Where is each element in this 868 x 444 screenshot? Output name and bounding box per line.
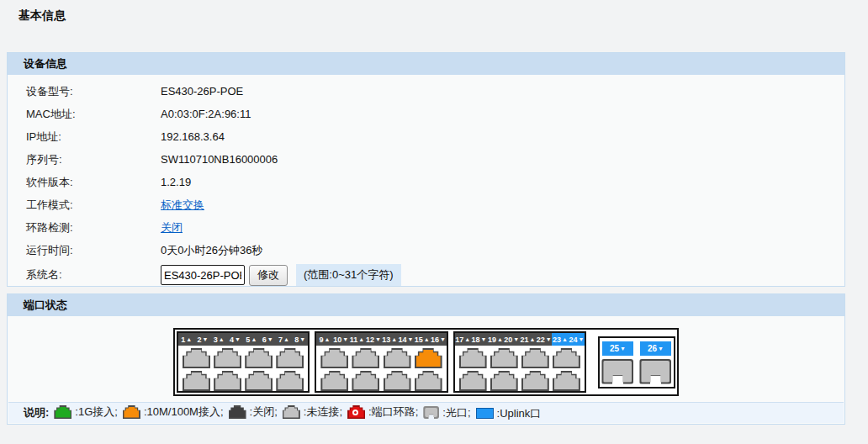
- legend-item: :10M/100M接入;: [123, 404, 224, 420]
- port-direction-arrow: ▼: [513, 336, 519, 342]
- port-header-5: 5▲: [243, 333, 259, 346]
- legend-label: :1G接入;: [75, 404, 118, 420]
- field-value: 1.2.19: [161, 176, 191, 188]
- port-header-23: 23▲: [552, 333, 568, 346]
- port-group-2: 9▲10▼11▲12▼13▲14▼15▲16▼: [315, 331, 447, 393]
- loop-port-icon: [347, 405, 365, 419]
- port-group-header: 1▲2▼3▲4▼5▲6▼7▲8▼: [178, 333, 308, 346]
- port-4[interactable]: [214, 371, 241, 391]
- work-mode-link[interactable]: 标准交换: [161, 198, 204, 213]
- loop-detect-link[interactable]: 关闭: [161, 220, 183, 235]
- port-12[interactable]: [352, 371, 379, 391]
- orange-port-icon: [123, 405, 140, 419]
- port-direction-arrow: ▲: [424, 336, 430, 342]
- port-1[interactable]: [183, 348, 210, 368]
- port-header-25: 25▼: [602, 341, 633, 356]
- port-row-top: [455, 348, 585, 368]
- device-row-mac: MAC地址: A0:03:0F:2A:96:11: [8, 103, 844, 125]
- port-26[interactable]: [639, 359, 671, 384]
- port-16[interactable]: [415, 371, 442, 391]
- device-info-panel: 设备信息 设备型号: ES430-26P-POE MAC地址: A0:03:0F…: [7, 52, 845, 287]
- port-group-1: 1▲2▼3▲4▼5▲6▼7▲8▼: [177, 331, 310, 393]
- port-header-12: 12▼: [365, 333, 381, 346]
- field-label: 设备型号:: [26, 84, 161, 99]
- legend-label: :Uplink口: [497, 406, 542, 421]
- field-value: 192.168.3.64: [161, 130, 225, 143]
- port-direction-arrow: ▼: [620, 346, 626, 352]
- port-10[interactable]: [320, 371, 348, 391]
- port-direction-arrow: ▲: [562, 336, 568, 342]
- port-row-bottom: [455, 371, 585, 391]
- port-8[interactable]: [276, 371, 304, 391]
- legend-label: :未连接;: [304, 404, 342, 420]
- port-14[interactable]: [384, 371, 411, 391]
- port-25[interactable]: [601, 359, 633, 384]
- port-direction-arrow: ▼: [202, 336, 208, 342]
- port-header-19: 19▲: [487, 333, 503, 346]
- port-direction-arrow: ▲: [358, 336, 364, 342]
- system-name-input[interactable]: [161, 265, 245, 285]
- port-7[interactable]: [276, 348, 304, 368]
- port-header-2: 2▼: [194, 333, 210, 346]
- port-23[interactable]: [553, 348, 580, 368]
- port-17[interactable]: [459, 348, 487, 368]
- legend-title: 说明:: [24, 405, 49, 420]
- port-direction-arrow: ▼: [440, 336, 446, 342]
- port-direction-arrow: ▼: [299, 336, 305, 342]
- sfp-column: 25▼: [601, 341, 633, 387]
- port-20[interactable]: [490, 371, 518, 391]
- port-21[interactable]: [521, 348, 549, 368]
- port-15[interactable]: [415, 348, 442, 368]
- field-label: 工作模式:: [26, 198, 161, 213]
- port-direction-arrow: ▲: [325, 336, 331, 342]
- port-group-header: 9▲10▼11▲12▼13▲14▼15▲16▼: [316, 333, 446, 346]
- port-direction-arrow: ▼: [267, 336, 273, 342]
- port-18[interactable]: [459, 371, 487, 391]
- device-row-workmode: 工作模式: 标准交换: [8, 193, 844, 216]
- port-row-top: [316, 348, 446, 368]
- port-diagram: 1▲2▼3▲4▼5▲6▼7▲8▼9▲10▼11▲12▼13▲14▼15▲16▼1…: [173, 328, 679, 396]
- port-2[interactable]: [183, 371, 210, 391]
- modify-button[interactable]: 修改: [249, 265, 288, 286]
- port-11[interactable]: [352, 348, 379, 368]
- port-direction-arrow: ▲: [283, 336, 289, 342]
- device-row-model: 设备型号: ES430-26P-POE: [8, 80, 844, 103]
- port-direction-arrow: ▼: [342, 336, 348, 342]
- port-3[interactable]: [214, 348, 241, 368]
- port-9[interactable]: [320, 348, 348, 368]
- port-header-7: 7▲: [276, 333, 292, 346]
- page-title: 基本信息: [19, 8, 66, 24]
- field-value: SW110710NB16000006: [161, 153, 278, 166]
- field-label: 序列号:: [26, 152, 161, 167]
- port-group-3: 17▲18▼19▲20▼21▲22▼23▲24▼: [453, 331, 586, 393]
- port-header-20: 20▼: [504, 333, 520, 346]
- device-row-sysname: 系统名: 修改 (范围:0~31个字符): [8, 262, 844, 288]
- port-header-24: 24▼: [569, 333, 585, 346]
- legend-label: :关闭;: [250, 404, 278, 420]
- fiber-port-icon: [423, 406, 439, 419]
- port-row-bottom: [178, 371, 308, 391]
- port-direction-arrow: ▼: [375, 336, 381, 342]
- port-13[interactable]: [384, 348, 411, 368]
- port-5[interactable]: [245, 348, 273, 368]
- port-row-top: [178, 348, 308, 368]
- port-legend: 说明: :1G接入;:10M/100M接入;:关闭;:未连接;:端口环路;:光口…: [8, 402, 844, 423]
- legend-item: :端口环路;: [347, 404, 418, 420]
- port-header-6: 6▼: [259, 333, 275, 346]
- port-header-1: 1▲: [178, 333, 194, 346]
- port-row-bottom: [316, 371, 446, 391]
- port-6[interactable]: [245, 371, 273, 391]
- port-direction-arrow: ▼: [578, 336, 584, 342]
- port-direction-arrow: ▲: [251, 336, 257, 342]
- port-status-header: 端口状态: [8, 294, 844, 316]
- port-19[interactable]: [490, 348, 518, 368]
- port-header-21: 21▲: [520, 333, 536, 346]
- sfp-column: 26▼: [639, 341, 671, 387]
- port-24[interactable]: [553, 371, 580, 391]
- port-direction-arrow: ▲: [186, 336, 192, 342]
- device-row-loopdetect: 环路检测: 关闭: [8, 216, 844, 239]
- field-label: 软件版本:: [26, 175, 161, 190]
- port-22[interactable]: [521, 371, 549, 391]
- port-header-4: 4▼: [227, 333, 243, 346]
- port-direction-arrow: ▲: [219, 336, 225, 342]
